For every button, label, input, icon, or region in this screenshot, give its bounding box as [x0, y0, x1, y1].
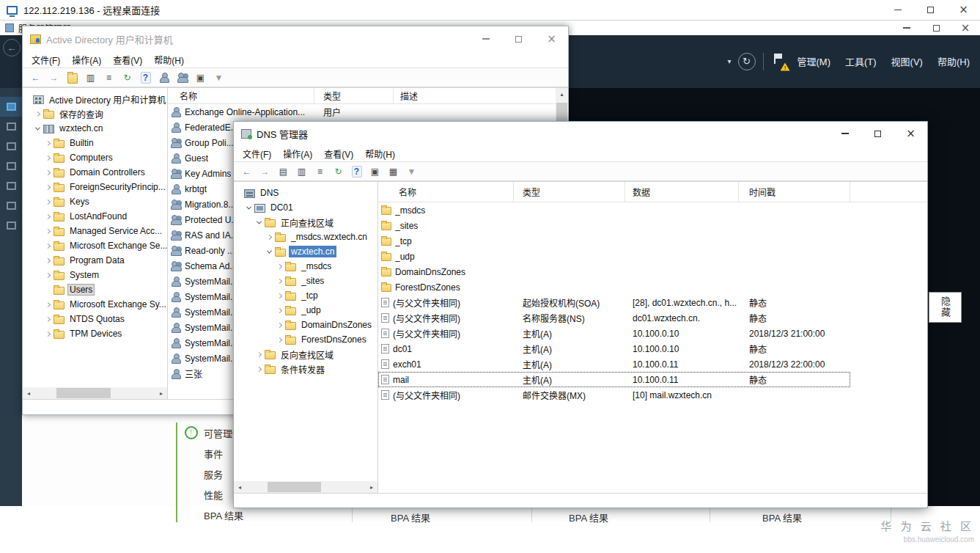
expand-chevron-icon[interactable] [45, 140, 51, 145]
menu-item[interactable]: 查看(V) [318, 145, 359, 161]
hide-panel-button[interactable]: 隐藏 [929, 292, 962, 323]
refresh-icon[interactable]: ↻ [330, 164, 347, 179]
ForestDnsZones[interactable]: ForestDnsZones [378, 279, 850, 295]
rdp-maximize-button[interactable] [914, 0, 947, 20]
back-icon[interactable]: ← [238, 164, 255, 179]
tree-item[interactable]: Keys [23, 194, 167, 209]
scroll-left-icon[interactable]: ◂ [23, 387, 34, 399]
tree-item[interactable]: _msdcs [234, 259, 377, 274]
rdp-close-button[interactable]: × [947, 0, 980, 20]
menu-item[interactable]: 文件(F) [26, 51, 66, 67]
tree-item[interactable]: _udp [234, 303, 377, 318]
expand-chevron-icon[interactable] [45, 257, 51, 263]
tree-item[interactable]: Active Directory 用户和计算机 [23, 92, 167, 106]
up-one-level-icon[interactable] [64, 70, 81, 85]
tree-item[interactable]: _sites [234, 274, 377, 288]
notifications-caret-icon[interactable]: ▾ [722, 57, 736, 65]
dc01[interactable]: dc01 主机(A) 10.100.0.10 静态 [378, 341, 850, 356]
expand-chevron-icon[interactable] [257, 219, 262, 224]
expand-chevron-icon[interactable] [45, 169, 51, 175]
tree-item[interactable]: 反向查找区域 [234, 347, 377, 362]
column-header-description[interactable]: 描述 [394, 88, 568, 103]
expand-chevron-icon[interactable] [267, 234, 272, 239]
tree-item[interactable]: Program Data [23, 253, 167, 268]
sidebar-item[interactable] [0, 136, 22, 156]
forward-icon[interactable]: → [257, 164, 273, 179]
show-console-tree-icon[interactable]: ▤ [275, 164, 292, 179]
menu-item[interactable]: 文件(F) [237, 145, 277, 161]
sidebar-item[interactable] [0, 216, 22, 235]
menu-item[interactable]: 视图(V) [884, 50, 930, 73]
column-header-type[interactable]: 类型 [314, 88, 394, 103]
add-group-icon[interactable] [174, 70, 191, 85]
expand-chevron-icon[interactable] [277, 263, 282, 268]
menu-item[interactable]: 工具(T) [838, 50, 884, 73]
expand-chevron-icon[interactable] [267, 248, 272, 253]
expand-chevron-icon[interactable] [45, 316, 51, 321]
expand-chevron-icon[interactable] [277, 337, 282, 342]
expand-chevron-icon[interactable] [35, 125, 40, 130]
tree-item[interactable]: wzxtech.cn [23, 121, 167, 136]
tree-item[interactable]: NTDS Quotas [23, 312, 167, 326]
(与父文件夹相同)[interactable]: (与父文件夹相同) 起始授权机构(SOA) [28], dc01.wzxtech… [378, 295, 850, 310]
refresh-icon[interactable]: ↻ [738, 53, 756, 70]
expand-chevron-icon[interactable] [277, 322, 282, 327]
expand-chevron-icon[interactable] [45, 228, 51, 233]
expand-chevron-icon[interactable] [45, 243, 51, 248]
back-icon[interactable]: ← [27, 70, 44, 85]
tree-item[interactable]: ForestDnsZones [234, 332, 377, 347]
expand-chevron-icon[interactable] [277, 278, 282, 283]
tree-item[interactable]: Managed Service Acc... [23, 224, 167, 238]
help-icon[interactable]: ? [348, 164, 365, 179]
filter-icon[interactable]: ▼ [210, 70, 227, 85]
(与父文件夹相同)[interactable]: (与父文件夹相同) 邮件交换器(MX) [10] mail.wzxtech.cn [378, 387, 850, 403]
expand-chevron-icon[interactable] [45, 199, 51, 204]
tree-item[interactable]: Builtin [23, 136, 167, 150]
sm-minimize-button[interactable] [892, 21, 921, 35]
column-header-timestamp[interactable]: 时间戳 [739, 182, 850, 202]
scrollbar-track[interactable] [246, 481, 366, 493]
dns-minimize-button[interactable] [828, 122, 861, 145]
scroll-left-icon[interactable]: ◂ [234, 481, 246, 493]
sidebar-item[interactable] [0, 196, 22, 216]
tree-item[interactable]: LostAndFound [23, 209, 167, 224]
menu-item[interactable]: 操作(A) [66, 51, 107, 67]
mail[interactable]: mail 主机(A) 10.100.0.11 静态 [378, 372, 850, 387]
expand-chevron-icon[interactable] [45, 213, 51, 219]
expand-chevron-icon[interactable] [277, 293, 282, 298]
expand-chevron-icon[interactable] [45, 301, 51, 307]
sidebar-item[interactable] [0, 97, 22, 117]
tree-item[interactable]: wzxtech.cn [234, 244, 377, 259]
expand-chevron-icon[interactable] [45, 272, 51, 277]
scrollbar-track[interactable] [34, 387, 155, 399]
tree-item[interactable]: Microsoft Exchange Sy... [23, 297, 167, 312]
bpa-results-link[interactable]: BPA 结果 [762, 510, 802, 524]
dns-close-button[interactable]: × [894, 122, 927, 145]
Exchange Online-Application...[interactable]: Exchange Online-Application... 用户 [168, 104, 568, 120]
column-header-type[interactable]: 类型 [514, 182, 625, 202]
_tcp[interactable]: _tcp [378, 233, 850, 249]
bpa-results-link[interactable]: BPA 结果 [391, 510, 430, 524]
tree-item[interactable]: Microsoft Exchange Se... [23, 238, 167, 253]
column-header-data[interactable]: 数据 [625, 182, 739, 202]
expand-chevron-icon[interactable] [45, 155, 51, 160]
expand-chevron-icon[interactable] [45, 184, 51, 189]
tree-item[interactable]: DNS [234, 186, 377, 200]
tree-item[interactable]: Computers [23, 150, 167, 165]
exch01[interactable]: exch01 主机(A) 10.100.0.11 2018/12/3 22:00… [378, 356, 850, 372]
menu-item[interactable]: 操作(A) [277, 145, 318, 161]
add-user-icon[interactable] [155, 70, 172, 85]
tree-item[interactable]: DC01 [234, 200, 377, 215]
column-header-name[interactable]: 名称 [168, 88, 314, 103]
ad-close-button[interactable]: × [535, 26, 568, 51]
_sites[interactable]: _sites [378, 218, 850, 233]
expand-chevron-icon[interactable] [35, 111, 40, 116]
tree-item[interactable]: Users [23, 282, 167, 297]
(与父文件夹相同)[interactable]: (与父文件夹相同) 主机(A) 10.100.0.10 2018/12/3 21… [378, 326, 850, 341]
tree-item[interactable]: DomainDnsZones [234, 318, 377, 332]
tree-item[interactable]: 正向查找区域 [234, 215, 377, 230]
properties-icon[interactable]: ▥ [82, 70, 99, 85]
_msdcs[interactable]: _msdcs [378, 202, 850, 218]
menu-item[interactable]: 帮助(H) [359, 145, 401, 161]
new-record-icon[interactable]: ▣ [366, 164, 383, 179]
